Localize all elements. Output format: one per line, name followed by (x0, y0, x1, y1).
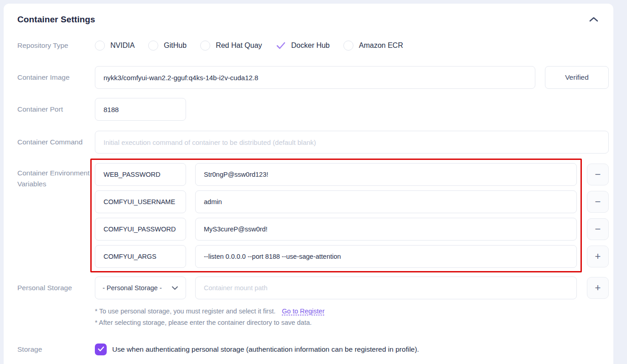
env-key-input[interactable] (95, 163, 186, 186)
env-key-input[interactable] (95, 190, 186, 213)
container-command-input[interactable] (95, 131, 609, 154)
note-text: * To use personal storage, you must regi… (95, 308, 275, 315)
note-directory: * After selecting storage, please enter … (95, 317, 609, 328)
repository-type-row: Repository Type NVIDIA GitHub Red Hat Qu… (17, 40, 609, 51)
radio-label: Docker Hub (291, 41, 330, 50)
go-to-register-link[interactable]: Go to Register (282, 308, 325, 315)
repository-type-label: Repository Type (17, 40, 95, 51)
env-key-input[interactable] (95, 218, 186, 241)
chevron-up-icon (589, 16, 599, 24)
radio-label: NVIDIA (110, 41, 135, 50)
container-command-row: Container Command (17, 131, 609, 154)
env-value-input[interactable] (195, 190, 577, 213)
select-value: - Personal Storage - (103, 284, 162, 292)
env-key-input[interactable] (95, 245, 186, 268)
env-var-row: − (95, 218, 609, 241)
environment-variables-rows: − − − + (95, 163, 609, 268)
radio-label: Amazon ECR (359, 41, 403, 50)
radio-circle-icon (343, 41, 353, 51)
radio-label: GitHub (164, 41, 187, 50)
page-title: Container Settings (17, 15, 95, 25)
env-value-input[interactable] (195, 218, 577, 241)
storage-notes: * To use personal storage, you must regi… (95, 306, 609, 328)
container-image-label: Container Image (17, 72, 95, 83)
env-var-row: − (95, 190, 609, 213)
container-settings-panel: Container Settings Repository Type NVIDI… (4, 4, 613, 364)
storage-auth-text: Use when authenticating personal storage… (112, 345, 419, 354)
mount-path-input[interactable] (195, 277, 577, 299)
check-icon (98, 345, 104, 354)
panel-header: Container Settings (17, 15, 609, 25)
repository-type-options: NVIDIA GitHub Red Hat Quay Docker Hub Am… (95, 41, 403, 51)
note-register: * To use personal storage, you must regi… (95, 306, 609, 317)
container-port-label: Container Port (17, 104, 95, 115)
personal-storage-select[interactable]: - Personal Storage - (95, 277, 186, 299)
verified-button[interactable]: Verified (545, 66, 609, 89)
add-storage-button[interactable]: + (587, 277, 609, 299)
check-icon (276, 41, 286, 51)
env-var-row: + (95, 245, 609, 268)
radio-amazon-ecr[interactable]: Amazon ECR (343, 41, 403, 51)
radio-github[interactable]: GitHub (148, 41, 187, 51)
container-port-input[interactable] (95, 98, 186, 121)
environment-variables-section: Container Environment Variables − − − + (17, 163, 609, 268)
env-value-input[interactable] (195, 245, 577, 268)
radio-label: Red Hat Quay (216, 41, 262, 50)
storage-auth-row: Storage Use when authenticating personal… (17, 343, 609, 355)
personal-storage-label: Personal Storage (17, 282, 95, 293)
collapse-button[interactable] (588, 15, 600, 25)
chevron-down-icon (171, 284, 178, 292)
radio-redhat-quay[interactable]: Red Hat Quay (200, 41, 262, 51)
remove-env-var-button[interactable]: − (587, 218, 609, 240)
radio-nvidia[interactable]: NVIDIA (95, 41, 135, 51)
radio-circle-icon (95, 41, 105, 51)
personal-storage-row: Personal Storage - Personal Storage - + (17, 277, 609, 299)
container-image-input[interactable] (95, 66, 535, 89)
container-image-row: Container Image Verified (17, 66, 609, 89)
radio-circle-icon (200, 41, 210, 51)
radio-docker-hub-selected[interactable]: Docker Hub (276, 41, 330, 51)
add-env-var-button[interactable]: + (587, 246, 609, 267)
env-var-row: − (95, 163, 609, 186)
radio-circle-icon (148, 41, 158, 51)
container-port-row: Container Port (17, 98, 609, 121)
container-command-label: Container Command (17, 137, 95, 148)
remove-env-var-button[interactable]: − (587, 191, 609, 213)
environment-variables-label: Container Environment Variables (17, 163, 95, 190)
env-value-input[interactable] (195, 163, 577, 186)
storage-label: Storage (17, 344, 95, 355)
remove-env-var-button[interactable]: − (587, 164, 609, 185)
storage-auth-checkbox[interactable] (95, 343, 107, 355)
